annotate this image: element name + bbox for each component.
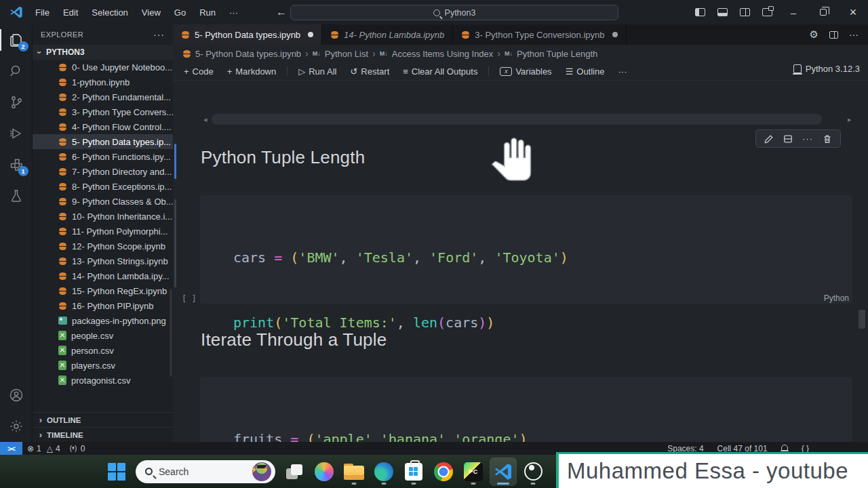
notebook-horizontal-scrollbar[interactable] [212,114,822,125]
search-sidebar-icon[interactable] [0,56,33,87]
file-list-item[interactable]: 2- Python Fundamental... [33,89,173,104]
code-cell-iterate[interactable]: fruits = ('apple','banana','orange') # i… [200,377,852,442]
accounts-icon[interactable] [0,380,33,411]
breadcrumb-file[interactable]: 5- Python Data types.ipynb [195,49,301,59]
explorer-icon[interactable]: 2 [0,24,33,56]
settings-gear-icon[interactable] [0,411,33,442]
problems-indicator[interactable]: ⊗1 △4 [22,444,65,453]
pycharm-icon[interactable]: PC [460,458,486,485]
testing-icon[interactable] [0,180,33,211]
split-cell-icon[interactable] [783,134,793,144]
file-list-item[interactable]: 0- Use Jupyter Noteboo... [33,60,173,75]
file-list-item[interactable]: 8- Python Exceptions.ip... [33,179,173,194]
menu-go[interactable]: Go [169,5,191,20]
timeline-panel-header[interactable]: › TIMELINE [33,427,173,442]
edge-browser-icon[interactable] [371,458,397,485]
file-list-item[interactable]: protagonist.csv [33,373,173,388]
vscode-taskbar-icon[interactable] [490,458,516,485]
markdown-heading-tuple-length[interactable]: Python Tuple Length [201,147,365,168]
file-list-item[interactable]: 13- Python Strings.ipynb [33,253,173,268]
split-editor-icon[interactable] [829,31,838,39]
folder-header-python3[interactable]: › PYTHON3 [33,45,173,60]
modified-dot-icon[interactable] [308,32,313,37]
file-list-item[interactable]: 9- Python Classes & Ob... [33,194,173,209]
scroll-right-icon[interactable]: ▸ [848,115,852,124]
variables-button[interactable]: xVariables [494,65,557,78]
delete-cell-trash-icon[interactable] [823,134,832,144]
file-list-item[interactable]: 4- Python Flow Control.... [33,119,173,134]
breadcrumb-section[interactable]: Python List [325,49,368,59]
cell-more-actions-icon[interactable]: ··· [802,134,813,144]
back-arrow-icon[interactable]: ← [276,6,287,18]
file-list-item[interactable]: 16- Python PIP.ipynb [33,298,173,313]
copilot-icon[interactable] [311,458,337,485]
file-list-item[interactable]: 12- Python Scope.ipynb [33,239,173,253]
restore-button[interactable] [808,0,838,24]
file-list-item[interactable]: players.csv [33,358,173,373]
menu-selection[interactable]: Selection [86,5,133,20]
run-debug-icon[interactable] [0,118,33,149]
modified-dot-icon[interactable] [612,32,618,37]
minimize-button[interactable]: – [778,0,808,24]
task-view-icon[interactable] [281,458,307,485]
toggle-secondary-sidebar-icon[interactable] [740,8,750,16]
menu-more[interactable]: ··· [224,5,243,20]
command-search-box[interactable]: Python3 [290,5,618,20]
add-code-cell-button[interactable]: +Code [178,65,219,78]
explorer-more-icon[interactable]: ··· [153,29,165,40]
file-list-item[interactable]: 1-python.ipynb [33,75,173,89]
menu-file[interactable]: File [30,5,55,20]
microsoft-store-icon[interactable] [401,458,427,485]
extensions-icon[interactable]: 1 [0,149,33,180]
chrome-browser-icon[interactable] [431,458,456,485]
code-cell-tuple-length[interactable]: cars = ('BMW', 'Tesla', 'Ford', 'Toyota'… [200,195,852,304]
file-list-item[interactable]: 10- Python Inheritance.i... [33,209,173,224]
sidebar-scrollbar[interactable] [170,289,172,377]
file-list-item[interactable]: 5- Python Data types.ip... [33,134,173,149]
breadcrumb-subsection[interactable]: Access Items Using Index [392,49,494,59]
edit-pencil-icon[interactable] [764,134,774,144]
obs-icon[interactable] [520,458,546,485]
outline-button[interactable]: ☰Outline [560,65,610,78]
toggle-sidebar-icon[interactable] [695,8,705,16]
taskbar-search-box[interactable]: Search [136,460,275,483]
file-list-item[interactable]: 3- Python Type Convers... [33,104,173,119]
file-list-item[interactable]: 15- Python RegEx.ipynb [33,283,173,298]
file-list-item[interactable]: people.csv [33,328,173,343]
menu-view[interactable]: View [136,5,166,20]
toggle-panel-icon[interactable] [717,8,728,16]
outline-panel-header[interactable]: › OUTLINE [33,412,173,427]
run-all-button[interactable]: ▷Run All [293,65,342,78]
tab-python-type-conversion[interactable]: 3- Python Type Conversion.ipynb [453,24,626,45]
scroll-left-icon[interactable]: ◂ [203,115,208,124]
start-button[interactable] [104,458,130,485]
file-list-item[interactable]: person.csv [33,343,173,358]
source-control-icon[interactable] [0,87,33,118]
customize-layout-icon[interactable] [762,8,772,16]
clear-outputs-button[interactable]: ≡Clear All Outputs [397,65,483,78]
menu-edit[interactable]: Edit [58,5,83,20]
ports-indicator[interactable]: 0 [65,444,90,453]
kernel-picker[interactable]: Python 3.12.3 [793,64,860,74]
file-explorer-icon[interactable] [341,458,367,485]
restart-button[interactable]: ↺Restart [344,65,395,78]
notebook-settings-gear-icon[interactable]: ⚙ [810,28,818,41]
markdown-heading-iterate[interactable]: Iterate Through a Tuple [201,329,387,350]
cell-language-label[interactable]: Python [824,293,849,303]
notifications-bell-icon[interactable] [776,446,793,451]
close-button[interactable]: × [838,0,868,24]
menu-run[interactable]: Run [194,5,221,20]
editor-scrollbar[interactable] [859,310,865,329]
editor-more-actions-icon[interactable]: ··· [849,29,859,40]
add-markdown-cell-button[interactable]: +Markdown [222,65,282,78]
tab-python-lambda[interactable]: 14- Python Lambda.ipynb [322,24,453,45]
file-list-item[interactable]: 6- Python Functions.ipy... [33,149,173,164]
file-list-item[interactable]: packages-in-python.png [33,313,173,328]
remote-indicator[interactable]: >< [0,442,22,455]
toolbar-more-icon[interactable]: ··· [612,65,632,78]
tab-python-data-types[interactable]: 5- Python Data types.ipynb [173,24,322,45]
file-list-item[interactable]: 7- Python Directory and... [33,164,173,179]
breadcrumb-current[interactable]: Python Tuple Length [517,49,597,59]
file-list-item[interactable]: 14- Python Lambda.ipy... [33,268,173,283]
file-list-item[interactable]: 11- Python Polymorphi... [33,224,173,239]
